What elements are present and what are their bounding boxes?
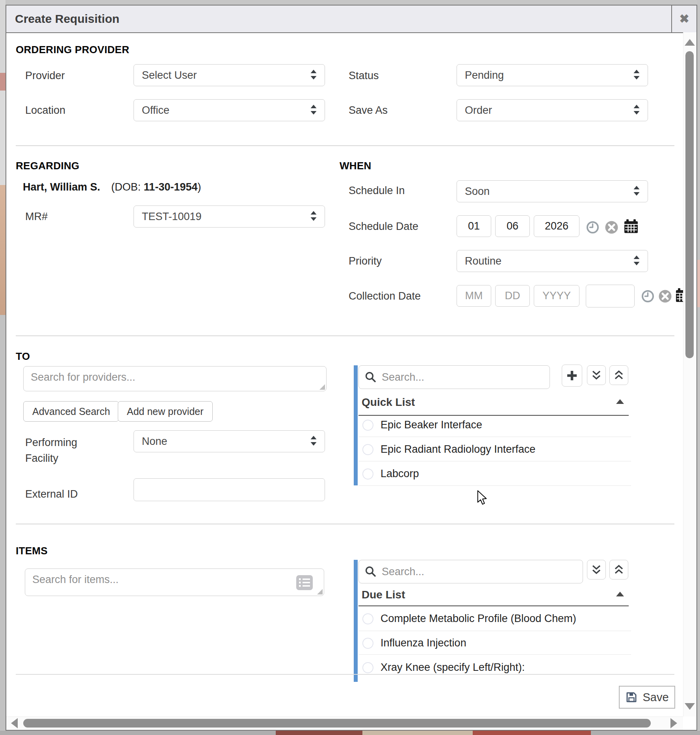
section-divider bbox=[16, 335, 674, 336]
quick-list-accent-bar bbox=[354, 365, 358, 485]
page-background-fragment bbox=[0, 315, 6, 735]
schedule-day-input[interactable] bbox=[495, 215, 530, 237]
scroll-down-arrow[interactable] bbox=[685, 703, 695, 710]
quick-list-heading: Quick List bbox=[362, 396, 415, 409]
collapse-caret-icon[interactable] bbox=[616, 592, 624, 596]
scroll-left-arrow[interactable] bbox=[11, 718, 18, 728]
collection-date-clear-icon[interactable] bbox=[658, 289, 672, 303]
quick-list-search-input[interactable] bbox=[358, 365, 550, 389]
schedule-time-clock-icon[interactable] bbox=[586, 220, 600, 234]
list-separator bbox=[358, 437, 631, 437]
collection-time-clock-icon[interactable] bbox=[641, 289, 655, 303]
schedule-month-input[interactable] bbox=[457, 215, 491, 237]
vertical-scrollbar-thumb[interactable] bbox=[685, 51, 694, 358]
ordering-provider-heading: ORDERING PROVIDER bbox=[16, 44, 129, 56]
patient-dob: (DOB: 11-30-1954) bbox=[111, 181, 201, 193]
due-list-collapse-button[interactable] bbox=[609, 560, 628, 579]
schedule-date-clear-icon[interactable] bbox=[605, 220, 618, 234]
collection-date-label: Collection Date bbox=[349, 290, 421, 302]
quick-list-item[interactable]: Epic Beaker Interface bbox=[362, 419, 482, 431]
provider-search-input[interactable] bbox=[23, 366, 327, 391]
regarding-heading: REGARDING bbox=[16, 160, 80, 172]
quick-list-expand-button[interactable] bbox=[587, 365, 606, 385]
page-background-fragment bbox=[697, 260, 700, 307]
schedule-in-label: Schedule In bbox=[349, 184, 405, 197]
save-as-label: Save As bbox=[349, 104, 388, 117]
schedule-in-select[interactable]: Soon bbox=[457, 180, 648, 202]
close-icon: ✖ bbox=[679, 13, 689, 25]
select-arrows-icon bbox=[310, 211, 318, 223]
list-separator bbox=[358, 485, 631, 486]
provider-label: Provider bbox=[25, 69, 65, 82]
page-background-fragment bbox=[473, 731, 591, 735]
status-select[interactable]: Pending bbox=[457, 64, 648, 86]
due-list-search-input[interactable] bbox=[358, 560, 583, 583]
collection-month-input[interactable] bbox=[457, 285, 491, 307]
add-new-provider-button[interactable]: Add new provider bbox=[118, 401, 213, 422]
patient-name: Hart, William S. bbox=[23, 181, 100, 193]
radio-icon bbox=[362, 420, 373, 431]
quick-list-item[interactable]: Epic Radiant Radiology Interface bbox=[362, 443, 535, 455]
collection-day-input[interactable] bbox=[495, 285, 530, 307]
collection-year-input[interactable] bbox=[534, 285, 579, 307]
mr-select[interactable]: TEST-10019 bbox=[134, 206, 325, 228]
close-button[interactable]: ✖ bbox=[671, 6, 696, 32]
collapse-caret-icon[interactable] bbox=[616, 399, 624, 404]
select-arrows-icon bbox=[633, 255, 641, 267]
add-provider-plus-button[interactable] bbox=[562, 365, 582, 387]
due-list-item[interactable]: Complete Metabolic Profile (Blood Chem) bbox=[362, 613, 576, 625]
due-list-item[interactable]: Influenza Injection bbox=[362, 637, 466, 649]
save-button[interactable]: Save bbox=[619, 686, 675, 709]
horizontal-scrollbar-thumb[interactable] bbox=[23, 719, 651, 728]
scroll-right-arrow[interactable] bbox=[670, 718, 677, 728]
location-label: Location bbox=[25, 104, 65, 117]
select-arrows-icon bbox=[310, 435, 318, 448]
provider-select[interactable]: Select User bbox=[134, 64, 325, 86]
save-icon bbox=[625, 691, 638, 704]
advanced-search-button[interactable]: Advanced Search bbox=[23, 401, 119, 422]
quick-list-item[interactable]: Labcorp bbox=[362, 468, 419, 480]
collection-time-input[interactable] bbox=[586, 285, 635, 307]
save-as-select[interactable]: Order bbox=[457, 99, 648, 121]
plus-icon bbox=[566, 370, 578, 381]
item-list-picker-icon[interactable] bbox=[296, 575, 313, 591]
radio-icon bbox=[362, 444, 373, 455]
due-list-search bbox=[358, 560, 583, 583]
resize-handle[interactable] bbox=[317, 589, 323, 594]
resize-handle[interactable] bbox=[319, 384, 325, 390]
radio-icon bbox=[362, 638, 373, 649]
search-icon bbox=[365, 371, 377, 383]
page-background-fragment bbox=[0, 91, 6, 185]
performing-facility-select[interactable]: None bbox=[134, 430, 325, 452]
priority-label: Priority bbox=[349, 255, 382, 267]
external-id-input[interactable] bbox=[134, 478, 325, 501]
quick-list-collapse-button[interactable] bbox=[609, 365, 628, 385]
location-select[interactable]: Office bbox=[134, 99, 325, 121]
due-list-item[interactable]: Xray Knee (specify Left/Right): bbox=[362, 661, 525, 674]
due-list-underline bbox=[358, 605, 629, 606]
schedule-calendar-icon[interactable] bbox=[623, 219, 639, 234]
double-chevron-down-icon bbox=[591, 564, 602, 575]
create-requisition-dialog: Create Requisition ✖ ORDERING PROVIDER P… bbox=[6, 5, 697, 731]
external-id-label: External ID bbox=[25, 488, 78, 500]
page-background-fragment bbox=[0, 73, 6, 91]
due-list-heading: Due List bbox=[362, 589, 405, 601]
schedule-year-input[interactable] bbox=[534, 215, 579, 237]
item-search-input[interactable] bbox=[25, 568, 324, 596]
radio-icon bbox=[362, 468, 373, 480]
schedule-date-label: Schedule Date bbox=[349, 220, 418, 233]
dialog-titlebar: Create Requisition ✖ bbox=[6, 6, 696, 33]
select-arrows-icon bbox=[310, 104, 318, 117]
list-separator bbox=[358, 461, 631, 461]
priority-select[interactable]: Routine bbox=[457, 250, 648, 272]
search-icon bbox=[365, 566, 377, 578]
status-label: Status bbox=[349, 69, 379, 82]
double-chevron-down-icon bbox=[591, 370, 602, 381]
performing-facility-label: Performing Facility bbox=[25, 435, 94, 466]
double-chevron-up-icon bbox=[614, 564, 624, 575]
due-list-accent-bar bbox=[354, 560, 358, 682]
double-chevron-up-icon bbox=[614, 370, 624, 381]
due-list-expand-button[interactable] bbox=[587, 560, 606, 579]
patient-summary: Hart, William S. (DOB: 11-30-1954) bbox=[23, 181, 201, 193]
scroll-up-arrow[interactable] bbox=[685, 39, 695, 46]
